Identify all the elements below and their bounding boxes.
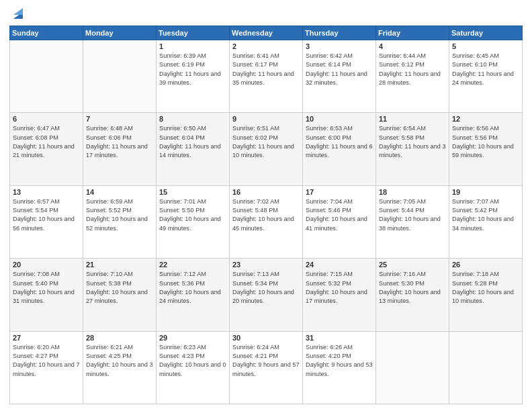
- day-info: Sunrise: 7:04 AM Sunset: 5:46 PM Dayligh…: [306, 197, 373, 233]
- calendar-cell: 17Sunrise: 7:04 AM Sunset: 5:46 PM Dayli…: [303, 185, 376, 258]
- day-number: 9: [232, 115, 300, 123]
- day-number: 31: [306, 334, 373, 342]
- day-info: Sunrise: 7:02 AM Sunset: 5:48 PM Dayligh…: [232, 197, 300, 233]
- weekday-header-saturday: Saturday: [449, 26, 523, 40]
- calendar-week-row: 1Sunrise: 6:39 AM Sunset: 6:19 PM Daylig…: [10, 40, 523, 113]
- day-info: Sunrise: 7:18 AM Sunset: 5:28 PM Dayligh…: [452, 270, 519, 306]
- calendar-week-row: 6Sunrise: 6:47 AM Sunset: 6:08 PM Daylig…: [10, 113, 523, 185]
- calendar-cell: [449, 331, 523, 404]
- calendar-cell: 8Sunrise: 6:50 AM Sunset: 6:04 PM Daylig…: [157, 113, 230, 185]
- day-info: Sunrise: 6:59 AM Sunset: 5:52 PM Dayligh…: [86, 197, 153, 233]
- calendar-cell: 24Sunrise: 7:15 AM Sunset: 5:32 PM Dayli…: [303, 259, 376, 331]
- calendar-cell: 22Sunrise: 7:12 AM Sunset: 5:36 PM Dayli…: [157, 259, 230, 331]
- calendar-cell: 14Sunrise: 6:59 AM Sunset: 5:52 PM Dayli…: [83, 185, 157, 258]
- weekday-header-friday: Friday: [376, 26, 449, 40]
- day-number: 17: [306, 188, 373, 196]
- calendar-cell: 28Sunrise: 6:21 AM Sunset: 4:25 PM Dayli…: [83, 331, 157, 404]
- calendar-cell: [376, 331, 449, 404]
- day-number: 18: [379, 188, 446, 196]
- calendar-cell: 16Sunrise: 7:02 AM Sunset: 5:48 PM Dayli…: [230, 185, 303, 258]
- day-number: 15: [159, 188, 226, 196]
- day-info: Sunrise: 6:39 AM Sunset: 6:19 PM Dayligh…: [159, 52, 226, 87]
- day-info: Sunrise: 6:50 AM Sunset: 6:04 PM Dayligh…: [159, 124, 226, 160]
- calendar-cell: 11Sunrise: 6:54 AM Sunset: 5:58 PM Dayli…: [376, 113, 449, 185]
- calendar-cell: 25Sunrise: 7:16 AM Sunset: 5:30 PM Dayli…: [376, 259, 449, 331]
- day-number: 23: [232, 261, 300, 269]
- svg-marker-1: [13, 8, 23, 15]
- weekday-header-tuesday: Tuesday: [157, 26, 230, 40]
- day-number: 11: [379, 115, 446, 123]
- calendar-cell: 31Sunrise: 6:26 AM Sunset: 4:20 PM Dayli…: [303, 331, 376, 404]
- day-info: Sunrise: 6:53 AM Sunset: 6:00 PM Dayligh…: [306, 124, 373, 160]
- calendar-cell: 2Sunrise: 6:41 AM Sunset: 6:17 PM Daylig…: [230, 40, 303, 113]
- day-number: 28: [86, 334, 153, 342]
- day-info: Sunrise: 6:20 AM Sunset: 4:27 PM Dayligh…: [13, 343, 80, 379]
- day-info: Sunrise: 7:07 AM Sunset: 5:42 PM Dayligh…: [452, 197, 519, 233]
- day-info: Sunrise: 6:48 AM Sunset: 6:06 PM Dayligh…: [86, 124, 153, 160]
- header: [9, 7, 523, 21]
- calendar-cell: 21Sunrise: 7:10 AM Sunset: 5:38 PM Dayli…: [83, 259, 157, 331]
- day-info: Sunrise: 6:57 AM Sunset: 5:54 PM Dayligh…: [13, 197, 80, 233]
- day-number: 26: [452, 261, 519, 269]
- day-number: 25: [379, 261, 446, 269]
- calendar-cell: 27Sunrise: 6:20 AM Sunset: 4:27 PM Dayli…: [10, 331, 83, 404]
- day-number: 5: [452, 42, 519, 50]
- calendar-cell: 7Sunrise: 6:48 AM Sunset: 6:06 PM Daylig…: [83, 113, 157, 185]
- day-info: Sunrise: 6:23 AM Sunset: 4:23 PM Dayligh…: [159, 343, 226, 379]
- calendar-cell: 20Sunrise: 7:08 AM Sunset: 5:40 PM Dayli…: [10, 259, 83, 331]
- day-number: 7: [86, 115, 153, 123]
- calendar-cell: 5Sunrise: 6:45 AM Sunset: 6:10 PM Daylig…: [449, 40, 523, 113]
- day-info: Sunrise: 7:13 AM Sunset: 5:34 PM Dayligh…: [232, 270, 300, 306]
- calendar-cell: 1Sunrise: 6:39 AM Sunset: 6:19 PM Daylig…: [157, 40, 230, 113]
- calendar-cell: 6Sunrise: 6:47 AM Sunset: 6:08 PM Daylig…: [10, 113, 83, 185]
- weekday-header-sunday: Sunday: [10, 26, 83, 40]
- day-info: Sunrise: 7:15 AM Sunset: 5:32 PM Dayligh…: [306, 270, 373, 306]
- calendar-cell: 29Sunrise: 6:23 AM Sunset: 4:23 PM Dayli…: [157, 331, 230, 404]
- calendar-week-row: 13Sunrise: 6:57 AM Sunset: 5:54 PM Dayli…: [10, 185, 523, 258]
- day-info: Sunrise: 7:12 AM Sunset: 5:36 PM Dayligh…: [159, 270, 226, 306]
- calendar-cell: 4Sunrise: 6:44 AM Sunset: 6:12 PM Daylig…: [376, 40, 449, 113]
- calendar-cell: 30Sunrise: 6:24 AM Sunset: 4:21 PM Dayli…: [230, 331, 303, 404]
- page: SundayMondayTuesdayWednesdayThursdayFrid…: [0, 0, 532, 411]
- calendar-cell: 10Sunrise: 6:53 AM Sunset: 6:00 PM Dayli…: [303, 113, 376, 185]
- calendar-week-row: 27Sunrise: 6:20 AM Sunset: 4:27 PM Dayli…: [10, 331, 523, 404]
- calendar-cell: [10, 40, 83, 113]
- day-number: 16: [232, 188, 300, 196]
- weekday-header-row: SundayMondayTuesdayWednesdayThursdayFrid…: [10, 26, 523, 40]
- day-info: Sunrise: 6:56 AM Sunset: 5:56 PM Dayligh…: [452, 124, 519, 160]
- day-number: 21: [86, 261, 153, 269]
- day-number: 19: [452, 188, 519, 196]
- calendar-cell: 15Sunrise: 7:01 AM Sunset: 5:50 PM Dayli…: [157, 185, 230, 258]
- day-number: 8: [159, 115, 226, 123]
- day-info: Sunrise: 7:05 AM Sunset: 5:44 PM Dayligh…: [379, 197, 446, 233]
- day-info: Sunrise: 6:41 AM Sunset: 6:17 PM Dayligh…: [232, 52, 300, 87]
- day-info: Sunrise: 6:44 AM Sunset: 6:12 PM Dayligh…: [379, 52, 446, 87]
- day-number: 2: [232, 42, 300, 50]
- day-number: 6: [13, 115, 80, 123]
- day-info: Sunrise: 6:24 AM Sunset: 4:21 PM Dayligh…: [232, 343, 300, 379]
- day-number: 12: [452, 115, 519, 123]
- day-info: Sunrise: 6:26 AM Sunset: 4:20 PM Dayligh…: [306, 343, 373, 379]
- day-number: 29: [159, 334, 226, 342]
- calendar-cell: 18Sunrise: 7:05 AM Sunset: 5:44 PM Dayli…: [376, 185, 449, 258]
- calendar-week-row: 20Sunrise: 7:08 AM Sunset: 5:40 PM Dayli…: [10, 259, 523, 331]
- day-info: Sunrise: 6:51 AM Sunset: 6:02 PM Dayligh…: [232, 124, 300, 160]
- day-number: 30: [232, 334, 300, 342]
- calendar-cell: [83, 40, 157, 113]
- calendar-cell: 3Sunrise: 6:42 AM Sunset: 6:14 PM Daylig…: [303, 40, 376, 113]
- logo-icon: [12, 7, 24, 21]
- day-number: 27: [13, 334, 80, 342]
- calendar-cell: 23Sunrise: 7:13 AM Sunset: 5:34 PM Dayli…: [230, 259, 303, 331]
- calendar-cell: 12Sunrise: 6:56 AM Sunset: 5:56 PM Dayli…: [449, 113, 523, 185]
- day-info: Sunrise: 6:54 AM Sunset: 5:58 PM Dayligh…: [379, 124, 446, 160]
- day-info: Sunrise: 7:08 AM Sunset: 5:40 PM Dayligh…: [13, 270, 80, 306]
- calendar-cell: 19Sunrise: 7:07 AM Sunset: 5:42 PM Dayli…: [449, 185, 523, 258]
- day-number: 14: [86, 188, 153, 196]
- day-info: Sunrise: 7:16 AM Sunset: 5:30 PM Dayligh…: [379, 270, 446, 306]
- calendar-table: SundayMondayTuesdayWednesdayThursdayFrid…: [9, 26, 523, 404]
- logo: [9, 7, 24, 21]
- day-number: 1: [159, 42, 226, 50]
- day-number: 10: [306, 115, 373, 123]
- day-info: Sunrise: 7:10 AM Sunset: 5:38 PM Dayligh…: [86, 270, 153, 306]
- day-info: Sunrise: 6:21 AM Sunset: 4:25 PM Dayligh…: [86, 343, 153, 379]
